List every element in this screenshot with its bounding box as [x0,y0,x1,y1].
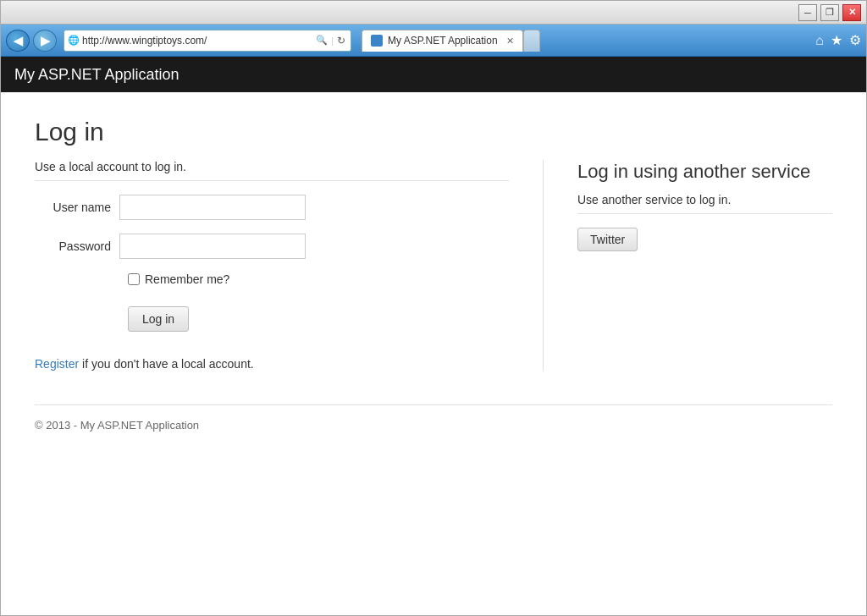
remember-me-group: Remember me? [128,272,509,286]
page-title: Log in [35,118,832,146]
remember-me-label: Remember me? [145,272,229,286]
search-button[interactable]: 🔍 [314,35,329,46]
restore-button[interactable]: ❒ [820,4,839,21]
tab-favicon [371,35,383,47]
page-content: Log in Use a local account to log in. Us… [1,92,866,615]
tab-close-button[interactable]: ✕ [506,36,514,47]
register-link[interactable]: Register [35,357,79,371]
nav-actions: ⌂ ★ ⚙ [815,32,861,48]
register-text: Register if you don't have a local accou… [35,357,509,371]
register-suffix: if you don't have a local account. [79,357,254,371]
left-section-subtitle: Use a local account to log in. [35,160,509,181]
tab-active-label: My ASP.NET Application [388,35,498,47]
tabs-bar: My ASP.NET Application ✕ [362,30,540,52]
refresh-button[interactable]: ↻ [335,35,347,47]
close-button[interactable]: ✕ [842,4,861,21]
home-button[interactable]: ⌂ [815,33,824,48]
back-button[interactable]: ◀ [6,30,30,52]
address-bar: 🌐 🔍 | ↻ [64,30,351,52]
left-column: Use a local account to log in. User name… [35,160,509,371]
username-input[interactable] [119,195,306,220]
app-nav: My ASP.NET Application [1,57,866,92]
app-title: My ASP.NET Application [14,66,179,84]
two-column-layout: Use a local account to log in. User name… [35,160,832,371]
password-label: Password [35,239,119,253]
footer-text: © 2013 - My ASP.NET Application [35,419,199,432]
title-bar-buttons: ─ ❒ ✕ [798,4,861,21]
tab-new[interactable] [523,30,540,52]
title-bar: ─ ❒ ✕ [1,1,866,25]
right-section-subtitle: Use another service to log in. [577,193,832,214]
minimize-button[interactable]: ─ [798,4,817,21]
settings-button[interactable]: ⚙ [849,32,861,48]
username-label: User name [35,201,119,214]
login-button[interactable]: Log in [128,306,189,332]
address-icon: 🌐 [68,35,80,47]
nav-bar: ◀ ▶ 🌐 🔍 | ↻ My ASP.NET Application ✕ ⌂ ★… [1,25,866,57]
forward-button[interactable]: ▶ [33,30,57,52]
right-column: Log in using another service Use another… [543,160,832,371]
tab-active[interactable]: My ASP.NET Application ✕ [362,30,523,52]
page-footer: © 2013 - My ASP.NET Application [35,404,832,432]
username-form-group: User name [35,195,509,220]
favorites-button[interactable]: ★ [831,32,842,48]
address-input[interactable] [82,35,314,47]
right-section-heading: Log in using another service [577,160,832,184]
remember-me-checkbox[interactable] [128,273,140,285]
password-input[interactable] [119,234,306,259]
password-form-group: Password [35,234,509,259]
twitter-button[interactable]: Twitter [577,228,638,251]
browser-window: ─ ❒ ✕ ◀ ▶ 🌐 🔍 | ↻ My ASP.NET Application… [0,0,867,616]
